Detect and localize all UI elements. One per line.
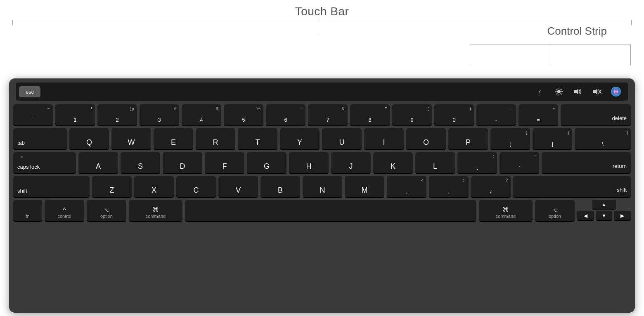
key-slash[interactable]: ? /: [471, 176, 511, 197]
control-strip-bracket: [470, 45, 631, 65]
arrow-right-key[interactable]: ▶: [614, 211, 631, 220]
option-key-right[interactable]: ⌥ option: [535, 200, 575, 221]
shift-left-key[interactable]: shift: [13, 176, 90, 197]
option-key-left[interactable]: ⌥ option: [87, 200, 126, 221]
key-p[interactable]: P: [448, 128, 488, 149]
key-j[interactable]: J: [331, 152, 371, 173]
key-u[interactable]: U: [322, 128, 362, 149]
key-d[interactable]: D: [163, 152, 202, 173]
space-key[interactable]: [185, 200, 476, 221]
key-y[interactable]: Y: [280, 128, 320, 149]
return-key[interactable]: return: [542, 152, 631, 173]
number-row: ~ ` ! 1 @ 2 # 3 $ 4 % 5: [13, 104, 631, 125]
key-o[interactable]: O: [406, 128, 446, 149]
key-lparen-9[interactable]: ( 9: [392, 104, 432, 125]
labels-area: Touch Bar Control Strip: [0, 0, 644, 83]
fn-key[interactable]: fn: [13, 200, 42, 221]
command-key-right[interactable]: ⌘ command: [479, 200, 533, 221]
key-percent-5[interactable]: % 5: [224, 104, 263, 125]
key-amp-7[interactable]: & 7: [308, 104, 348, 125]
key-tilde-backtick[interactable]: ~ `: [13, 104, 53, 125]
key-minus[interactable]: — -: [476, 104, 516, 125]
qwerty-row: tab Q W E R T Y U I O P { [ } ] | \: [13, 128, 631, 149]
keys-area: ~ ` ! 1 @ 2 # 3 $ 4 % 5: [13, 104, 631, 309]
arrow-left-key[interactable]: ◀: [577, 211, 594, 220]
key-lbracket[interactable]: { [: [490, 128, 530, 149]
touch-bar-controls: ‹: [531, 85, 625, 98]
arrow-cluster: ▲ ◀ ▼ ▶: [577, 200, 631, 221]
shift-right-key[interactable]: shift: [513, 176, 631, 197]
svg-line-5: [556, 89, 557, 90]
delete-key[interactable]: delete: [561, 104, 631, 125]
key-semicolon[interactable]: : ;: [457, 152, 497, 173]
key-b[interactable]: B: [260, 176, 300, 197]
touch-bar-bracket-line: [12, 20, 632, 20]
tab-key[interactable]: tab: [13, 128, 67, 149]
key-e[interactable]: E: [154, 128, 193, 149]
caps-lock-indicator: [21, 156, 23, 158]
svg-point-0: [557, 90, 561, 93]
key-rbracket[interactable]: } ]: [533, 128, 572, 149]
modifier-row: fn ^ control ⌥ option ⌘ command ⌘ comman…: [13, 200, 631, 221]
key-hash-3[interactable]: # 3: [140, 104, 179, 125]
touch-bar-strip: esc ‹: [16, 83, 628, 101]
touch-bar-volume[interactable]: [569, 85, 587, 98]
key-q[interactable]: Q: [69, 128, 109, 149]
touch-bar-mute[interactable]: [588, 85, 606, 98]
key-z[interactable]: Z: [92, 176, 132, 197]
svg-line-8: [556, 93, 557, 94]
key-period[interactable]: > .: [429, 176, 469, 197]
key-t[interactable]: T: [238, 128, 277, 149]
key-caret-6[interactable]: ^ 6: [266, 104, 305, 125]
asdf-row: caps lock A S D F G H J K L : ; " ' retu…: [13, 152, 631, 173]
key-x[interactable]: X: [134, 176, 174, 197]
touch-bar-brightness[interactable]: [550, 85, 568, 98]
key-exclaim-1[interactable]: ! 1: [55, 104, 95, 125]
key-a[interactable]: A: [78, 152, 118, 173]
key-r[interactable]: R: [196, 128, 235, 149]
key-c[interactable]: C: [176, 176, 216, 197]
key-s[interactable]: S: [121, 152, 160, 173]
key-comma[interactable]: < ,: [387, 176, 426, 197]
key-m[interactable]: M: [345, 176, 384, 197]
keyboard: esc ‹: [9, 78, 635, 313]
key-dollar-4[interactable]: $ 4: [182, 104, 221, 125]
control-key-left[interactable]: ^ control: [45, 200, 84, 221]
key-f[interactable]: F: [205, 152, 244, 173]
key-g[interactable]: G: [247, 152, 286, 173]
control-strip-label: Control Strip: [547, 25, 607, 38]
key-star-8[interactable]: * 8: [350, 104, 390, 125]
key-v[interactable]: V: [218, 176, 258, 197]
key-at-2[interactable]: @ 2: [97, 104, 137, 125]
key-i[interactable]: I: [364, 128, 404, 149]
svg-line-7: [561, 89, 561, 90]
svg-line-6: [561, 93, 561, 94]
key-quote[interactable]: " ': [500, 152, 539, 173]
svg-marker-10: [593, 89, 597, 94]
touch-bar-chevron[interactable]: ‹: [531, 85, 549, 98]
key-h[interactable]: H: [289, 152, 329, 173]
key-l[interactable]: L: [415, 152, 455, 173]
command-key-left[interactable]: ⌘ command: [129, 200, 182, 221]
key-backslash[interactable]: | \: [575, 128, 631, 149]
key-k[interactable]: K: [373, 152, 413, 173]
zxcv-row: shift Z X C V B N M < , > . ? / shift: [13, 176, 631, 197]
key-plus-equals[interactable]: + =: [519, 104, 558, 125]
key-w[interactable]: W: [111, 128, 151, 149]
arrow-down-key[interactable]: ▼: [596, 211, 613, 220]
key-n[interactable]: N: [303, 176, 342, 197]
svg-marker-9: [574, 89, 578, 94]
caps-lock-key[interactable]: caps lock: [13, 152, 76, 173]
esc-key[interactable]: esc: [19, 86, 40, 97]
touch-bar-pointer: [318, 18, 318, 35]
touch-bar-siri[interactable]: [607, 85, 625, 98]
touch-bar-label: Touch Bar: [295, 5, 349, 18]
arrow-up-key[interactable]: ▲: [592, 200, 616, 209]
key-rparen-0[interactable]: ) 0: [434, 104, 474, 125]
